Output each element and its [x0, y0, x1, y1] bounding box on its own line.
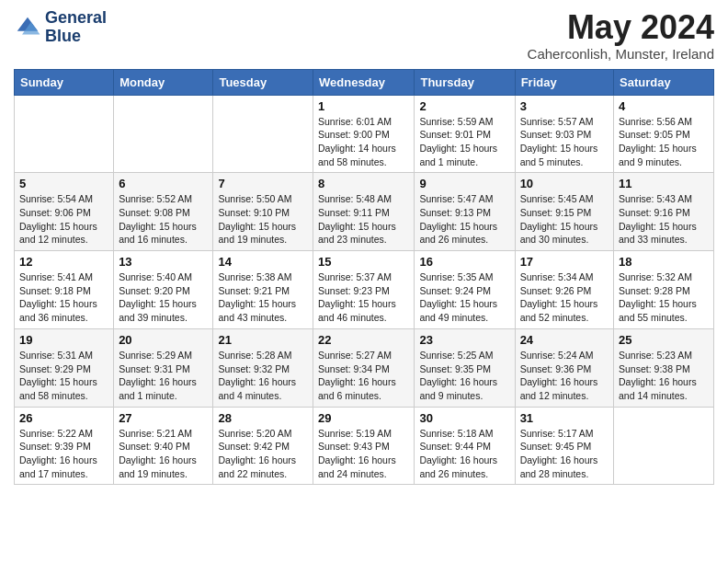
day-info: Sunrise: 5:17 AM Sunset: 9:45 PM Dayligh… — [520, 427, 609, 481]
day-cell-9: 9Sunrise: 5:47 AM Sunset: 9:13 PM Daylig… — [415, 173, 515, 251]
logo-line2: Blue — [45, 28, 107, 46]
day-info: Sunrise: 5:40 AM Sunset: 9:20 PM Dayligh… — [119, 270, 208, 325]
day-number: 7 — [218, 177, 308, 190]
day-info: Sunrise: 5:23 AM Sunset: 9:38 PM Dayligh… — [619, 349, 709, 403]
day-number: 11 — [619, 177, 709, 190]
day-number: 29 — [318, 411, 409, 425]
day-number: 23 — [419, 333, 509, 347]
day-info: Sunrise: 5:45 AM Sunset: 9:15 PM Dayligh… — [520, 192, 609, 247]
day-number: 12 — [19, 255, 108, 269]
day-cell-8: 8Sunrise: 5:48 AM Sunset: 9:11 PM Daylig… — [313, 173, 415, 251]
day-number: 9 — [419, 177, 509, 190]
day-number: 2 — [419, 99, 509, 113]
day-number: 10 — [520, 177, 609, 190]
day-info: Sunrise: 5:54 AM Sunset: 9:06 PM Dayligh… — [19, 192, 108, 247]
col-header-tuesday: Tuesday — [213, 69, 313, 95]
day-cell-5: 5Sunrise: 5:54 AM Sunset: 9:06 PM Daylig… — [15, 173, 114, 251]
month-title: May 2024 — [528, 9, 714, 46]
week-row-4: 19Sunrise: 5:31 AM Sunset: 9:29 PM Dayli… — [15, 328, 714, 407]
day-info: Sunrise: 5:21 AM Sunset: 9:40 PM Dayligh… — [119, 427, 208, 481]
day-number: 30 — [419, 411, 509, 425]
day-number: 8 — [318, 177, 409, 190]
day-number: 15 — [318, 255, 409, 269]
day-info: Sunrise: 5:56 AM Sunset: 9:05 PM Dayligh… — [619, 115, 709, 169]
day-cell-26: 26Sunrise: 5:22 AM Sunset: 9:39 PM Dayli… — [15, 407, 114, 485]
day-cell-15: 15Sunrise: 5:37 AM Sunset: 9:23 PM Dayli… — [313, 251, 415, 329]
day-number: 3 — [520, 99, 609, 113]
day-cell-30: 30Sunrise: 5:18 AM Sunset: 9:44 PM Dayli… — [415, 407, 515, 485]
col-header-friday: Friday — [515, 69, 613, 95]
calendar-table: SundayMondayTuesdayWednesdayThursdayFrid… — [14, 69, 714, 486]
day-cell-23: 23Sunrise: 5:25 AM Sunset: 9:35 PM Dayli… — [415, 328, 515, 407]
day-cell-4: 4Sunrise: 5:56 AM Sunset: 9:05 PM Daylig… — [614, 95, 714, 173]
header-row: SundayMondayTuesdayWednesdayThursdayFrid… — [15, 69, 714, 95]
week-row-1: 1Sunrise: 6:01 AM Sunset: 9:00 PM Daylig… — [15, 95, 714, 173]
col-header-saturday: Saturday — [614, 69, 714, 95]
day-cell-29: 29Sunrise: 5:19 AM Sunset: 9:43 PM Dayli… — [313, 407, 415, 485]
day-info: Sunrise: 5:37 AM Sunset: 9:23 PM Dayligh… — [318, 270, 409, 325]
day-info: Sunrise: 5:38 AM Sunset: 9:21 PM Dayligh… — [218, 270, 308, 325]
day-info: Sunrise: 5:41 AM Sunset: 9:18 PM Dayligh… — [19, 270, 108, 325]
day-number: 17 — [520, 255, 609, 269]
day-number: 25 — [619, 333, 709, 347]
day-info: Sunrise: 5:27 AM Sunset: 9:34 PM Dayligh… — [318, 349, 409, 403]
day-info: Sunrise: 5:24 AM Sunset: 9:36 PM Dayligh… — [520, 349, 609, 403]
day-number: 21 — [218, 333, 308, 347]
col-header-thursday: Thursday — [415, 69, 515, 95]
day-info: Sunrise: 5:19 AM Sunset: 9:43 PM Dayligh… — [318, 427, 409, 481]
day-cell-11: 11Sunrise: 5:43 AM Sunset: 9:16 PM Dayli… — [614, 173, 714, 251]
week-row-5: 26Sunrise: 5:22 AM Sunset: 9:39 PM Dayli… — [15, 407, 714, 485]
day-number: 26 — [19, 411, 108, 425]
day-info: Sunrise: 5:28 AM Sunset: 9:32 PM Dayligh… — [218, 349, 308, 403]
day-info: Sunrise: 5:20 AM Sunset: 9:42 PM Dayligh… — [218, 427, 308, 481]
day-cell-28: 28Sunrise: 5:20 AM Sunset: 9:42 PM Dayli… — [213, 407, 313, 485]
title-block: May 2024 Caherconlish, Munster, Ireland — [528, 9, 714, 62]
day-cell-7: 7Sunrise: 5:50 AM Sunset: 9:10 PM Daylig… — [213, 173, 313, 251]
day-cell-13: 13Sunrise: 5:40 AM Sunset: 9:20 PM Dayli… — [114, 251, 213, 329]
day-info: Sunrise: 5:48 AM Sunset: 9:11 PM Dayligh… — [318, 192, 409, 247]
col-header-monday: Monday — [114, 69, 213, 95]
day-number: 20 — [119, 333, 208, 347]
day-number: 18 — [619, 255, 709, 269]
day-info: Sunrise: 5:59 AM Sunset: 9:01 PM Dayligh… — [419, 115, 509, 169]
day-info: Sunrise: 5:18 AM Sunset: 9:44 PM Dayligh… — [419, 427, 509, 481]
day-number: 19 — [19, 333, 108, 347]
empty-cell — [614, 407, 714, 485]
day-cell-20: 20Sunrise: 5:29 AM Sunset: 9:31 PM Dayli… — [114, 328, 213, 407]
day-info: Sunrise: 5:50 AM Sunset: 9:10 PM Dayligh… — [218, 192, 308, 247]
day-cell-3: 3Sunrise: 5:57 AM Sunset: 9:03 PM Daylig… — [515, 95, 613, 173]
day-number: 24 — [520, 333, 609, 347]
day-info: Sunrise: 5:57 AM Sunset: 9:03 PM Dayligh… — [520, 115, 609, 169]
day-cell-2: 2Sunrise: 5:59 AM Sunset: 9:01 PM Daylig… — [415, 95, 515, 173]
empty-cell — [15, 95, 114, 173]
day-cell-12: 12Sunrise: 5:41 AM Sunset: 9:18 PM Dayli… — [15, 251, 114, 329]
day-info: Sunrise: 5:34 AM Sunset: 9:26 PM Dayligh… — [520, 270, 609, 325]
day-cell-21: 21Sunrise: 5:28 AM Sunset: 9:32 PM Dayli… — [213, 328, 313, 407]
day-number: 31 — [520, 411, 609, 425]
day-info: Sunrise: 5:35 AM Sunset: 9:24 PM Dayligh… — [419, 270, 509, 325]
day-number: 27 — [119, 411, 208, 425]
day-number: 1 — [318, 99, 409, 113]
location: Caherconlish, Munster, Ireland — [528, 46, 714, 62]
day-cell-17: 17Sunrise: 5:34 AM Sunset: 9:26 PM Dayli… — [515, 251, 613, 329]
logo-line1: General — [45, 9, 107, 28]
day-number: 5 — [19, 177, 108, 190]
day-number: 6 — [119, 177, 208, 190]
day-cell-25: 25Sunrise: 5:23 AM Sunset: 9:38 PM Dayli… — [614, 328, 714, 407]
page: General Blue May 2024 Caherconlish, Muns… — [0, 0, 728, 499]
day-info: Sunrise: 5:32 AM Sunset: 9:28 PM Dayligh… — [619, 270, 709, 325]
day-number: 13 — [119, 255, 208, 269]
day-cell-19: 19Sunrise: 5:31 AM Sunset: 9:29 PM Dayli… — [15, 328, 114, 407]
day-cell-18: 18Sunrise: 5:32 AM Sunset: 9:28 PM Dayli… — [614, 251, 714, 329]
day-info: Sunrise: 5:43 AM Sunset: 9:16 PM Dayligh… — [619, 192, 709, 247]
week-row-3: 12Sunrise: 5:41 AM Sunset: 9:18 PM Dayli… — [15, 251, 714, 329]
day-number: 16 — [419, 255, 509, 269]
col-header-sunday: Sunday — [15, 69, 114, 95]
empty-cell — [213, 95, 313, 173]
day-number: 22 — [318, 333, 409, 347]
col-header-wednesday: Wednesday — [313, 69, 415, 95]
day-cell-6: 6Sunrise: 5:52 AM Sunset: 9:08 PM Daylig… — [114, 173, 213, 251]
day-cell-14: 14Sunrise: 5:38 AM Sunset: 9:21 PM Dayli… — [213, 251, 313, 329]
day-info: Sunrise: 5:31 AM Sunset: 9:29 PM Dayligh… — [19, 349, 108, 403]
day-cell-10: 10Sunrise: 5:45 AM Sunset: 9:15 PM Dayli… — [515, 173, 613, 251]
